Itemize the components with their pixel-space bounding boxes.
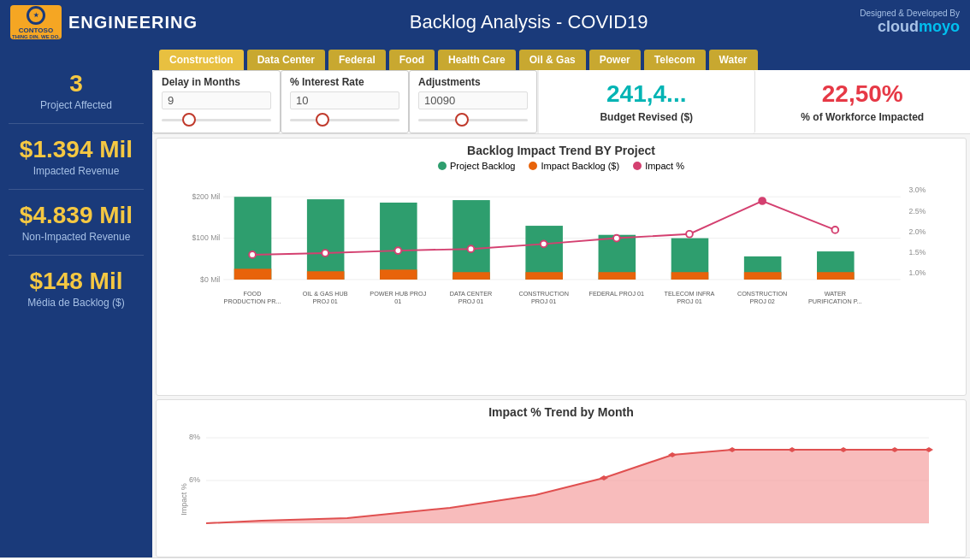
dot-5 — [613, 235, 620, 242]
control-delay: Delay in Months 9 — [152, 70, 281, 133]
header-brand: ENGINEERING — [68, 13, 198, 32]
impact-trend-section: Impact % Trend by Month 8% 6% Impact % — [156, 399, 967, 557]
bar-impact-3 — [452, 272, 490, 280]
kpi-workforce-label: % of Workforce Impacted — [801, 111, 924, 123]
legend-impact-pct: Impact % — [633, 161, 684, 171]
tab-datacenter[interactable]: Data Center — [247, 50, 325, 70]
backlog-chart-title: Backlog Impact Trend BY Project — [163, 144, 959, 157]
svg-text:6%: 6% — [189, 475, 200, 484]
dot-0 — [249, 251, 256, 258]
bar-backlog-3 — [452, 200, 490, 280]
control-adjustments: Adjustments 10090 — [409, 70, 537, 133]
adjustments-slider[interactable] — [418, 113, 528, 127]
tab-food[interactable]: Food — [389, 50, 435, 70]
content-area: Construction Data Center Federal Food He… — [152, 44, 970, 557]
dot-1 — [322, 250, 328, 256]
tab-power[interactable]: Power — [589, 50, 641, 70]
svg-text:FEDERAL PROJ 01: FEDERAL PROJ 01 — [589, 290, 645, 298]
logo-circle: ★ — [27, 6, 45, 25]
dot-4 — [541, 240, 547, 247]
svg-text:3.0%: 3.0% — [908, 186, 926, 194]
kpi-budget-value: 241,4... — [606, 80, 686, 108]
legend-impact-backlog: Impact Backlog ($) — [529, 161, 619, 171]
backlog-svg-chart: $200 Mil $100 Mil $0 Mil 3.0% 2.5% 2.0% … — [163, 176, 959, 304]
logo-area: ★ CONTOSO THING DIN. WE DO. ENGINEERING — [10, 5, 198, 39]
svg-text:Impact %: Impact % — [180, 483, 188, 516]
svg-text:PROJ 01: PROJ 01 — [677, 298, 701, 304]
bar-impact-1 — [307, 271, 345, 280]
svg-text:$200 Mil: $200 Mil — [192, 192, 220, 201]
kpi-budget: 241,4... Budget Revised ($) — [539, 70, 755, 133]
legend-label-pct: Impact % — [645, 161, 684, 171]
bar-impact-2 — [380, 269, 417, 280]
legend-label-backlog: Project Backlog — [450, 161, 515, 171]
svg-text:8%: 8% — [189, 433, 200, 441]
adjustments-label: Adjustments — [418, 76, 528, 88]
tab-construction[interactable]: Construction — [159, 50, 244, 70]
svg-text:OIL & GAS HUB: OIL & GAS HUB — [303, 290, 348, 298]
logo-box: ★ CONTOSO THING DIN. WE DO. — [10, 5, 62, 39]
main-layout: 3 Project Affected $1.394 Mil Impacted R… — [0, 44, 970, 557]
stat-label-backlog: Média de Backlog ($) — [12, 297, 140, 309]
designed-by: Designed & Developed By — [860, 9, 960, 18]
bar-impact-7 — [744, 272, 782, 280]
svg-text:$0 Mil: $0 Mil — [200, 275, 220, 284]
svg-text:TELECOM INFRA: TELECOM INFRA — [665, 290, 715, 298]
header: ★ CONTOSO THING DIN. WE DO. ENGINEERING … — [0, 0, 970, 44]
tab-federal[interactable]: Federal — [328, 50, 386, 70]
delay-value[interactable]: 9 — [162, 91, 271, 109]
kpi-budget-container: 241,4... Budget Revised ($) 22,50% % of … — [537, 70, 970, 133]
legend-dot-impact — [529, 162, 537, 170]
controls-kpi-row: Delay in Months 9 % Interest Rate 10 — [152, 70, 970, 134]
stat-number-projects: 3 — [12, 70, 140, 97]
dot-7 — [759, 197, 766, 204]
dot-6 — [686, 231, 693, 238]
header-right: Designed & Developed By cloudmoyo — [860, 9, 960, 36]
svg-text:PROJ 01: PROJ 01 — [312, 298, 337, 304]
svg-text:PROJ 01: PROJ 01 — [531, 298, 556, 304]
svg-text:PRODUCTION PR...: PRODUCTION PR... — [224, 298, 281, 304]
dot-8 — [831, 227, 838, 233]
stat-backlog: $148 Mil Média de Backlog ($) — [9, 256, 144, 321]
legend-dot-backlog — [438, 162, 447, 170]
cloudmoyo-logo: cloudmoyo — [860, 18, 960, 36]
svg-text:DATA CENTER: DATA CENTER — [450, 290, 493, 298]
svg-text:CONSTRUCTION: CONSTRUCTION — [518, 290, 568, 298]
svg-text:1.5%: 1.5% — [908, 248, 926, 256]
bar-impact-5 — [599, 272, 636, 280]
stat-label-impacted: Impacted Revenue — [12, 165, 140, 177]
bar-impact-4 — [525, 272, 563, 280]
legend-dot-pct — [633, 162, 642, 170]
interest-value[interactable]: 10 — [290, 91, 399, 109]
bar-backlog-2 — [380, 203, 417, 280]
impact-trend-svg: 8% 6% Impact % — [163, 422, 959, 555]
tab-healthcare[interactable]: Health Care — [438, 50, 516, 70]
stat-non-impacted-revenue: $4.839 Mil Non-Impacted Revenue — [9, 190, 144, 256]
tab-telecom[interactable]: Telecom — [644, 50, 706, 70]
control-interest: % Interest Rate 10 — [281, 70, 409, 133]
interest-slider[interactable] — [290, 113, 399, 127]
svg-text:2.0%: 2.0% — [908, 227, 926, 236]
svg-text:01: 01 — [394, 298, 401, 304]
kpi-budget-label: Budget Revised ($) — [600, 111, 693, 123]
moyo-text: moyo — [919, 18, 960, 35]
header-title: Backlog Analysis - COVID19 — [198, 11, 860, 33]
stat-number-backlog: $148 Mil — [12, 268, 140, 295]
svg-text:PROJ 02: PROJ 02 — [749, 298, 774, 304]
impact-trend-title: Impact % Trend by Month — [163, 405, 959, 419]
svg-text:1.0%: 1.0% — [908, 268, 926, 277]
chart-legend: Project Backlog Impact Backlog ($) Impac… — [163, 161, 959, 171]
stat-label-projects: Project Affected — [12, 99, 140, 111]
tab-water[interactable]: Water — [709, 50, 758, 70]
stat-number-non-impacted: $4.839 Mil — [12, 202, 140, 229]
svg-text:$100 Mil: $100 Mil — [192, 233, 220, 242]
stat-impacted-revenue: $1.394 Mil Impacted Revenue — [9, 124, 144, 190]
dot-3 — [468, 245, 475, 252]
tab-oilgas[interactable]: Oil & Gas — [519, 50, 586, 70]
tab-bar: Construction Data Center Federal Food He… — [152, 44, 970, 70]
bar-impact-0 — [234, 268, 272, 280]
sidebar: 3 Project Affected $1.394 Mil Impacted R… — [0, 44, 152, 557]
adjustments-value[interactable]: 10090 — [418, 91, 528, 109]
delay-slider[interactable] — [162, 113, 271, 127]
bar-impact-8 — [817, 272, 855, 280]
